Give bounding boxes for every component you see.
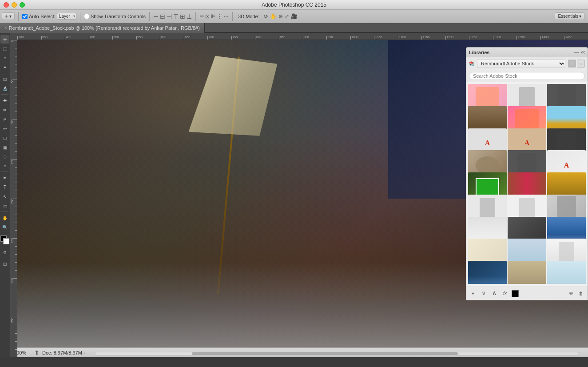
type-tool[interactable]: T: [0, 183, 9, 191]
auto-select-group: Auto-Select: Layer: [22, 13, 76, 20]
3d-pan-icon[interactable]: ✋: [270, 13, 277, 20]
add-footer-icon[interactable]: +: [469, 290, 477, 298]
color-swatch[interactable]: [512, 290, 519, 297]
align-right-icon[interactable]: ⊣: [167, 13, 172, 20]
thumbnail-25[interactable]: [468, 261, 507, 284]
transform-controls-checkbox[interactable]: [84, 14, 89, 19]
separator-4: [195, 12, 196, 21]
wand-tool[interactable]: ✦: [0, 63, 9, 72]
tab-close-icon[interactable]: ×: [4, 25, 7, 30]
quick-mask-tool[interactable]: Q: [0, 247, 9, 256]
transform-controls-label: Show Transform Controls: [91, 14, 146, 19]
title-bar: Adobe Photoshop CC 2015: [0, 0, 588, 10]
tool-separator-7: [1, 258, 8, 258]
shape-tool[interactable]: ▭: [0, 201, 9, 210]
left-toolbar: ✛ ⬚ ○ ✦ ⊡ 🔬 ✚ ✏ ⎘ ↩ ◻ ▦ ◌ ○ ✒ T ↖ ▭ ✋ 🔍 …: [0, 33, 10, 357]
grid-view-button[interactable]: ⊞: [568, 60, 576, 68]
layer-select-wrap[interactable]: Layer: [57, 13, 76, 20]
ruler-horizontal: 3003504004505005506006507007508008509009…: [17, 33, 588, 40]
align-top-icon[interactable]: ⊤: [173, 13, 179, 20]
delete-footer-icon[interactable]: 🗑: [577, 290, 585, 298]
doc-info: Doc: 8.97M/8.97M: [42, 350, 82, 355]
move-tool-group: ✛ ▾: [2, 12, 15, 20]
3d-scale-icon[interactable]: ⤢: [285, 13, 289, 20]
align-bottom-icon[interactable]: ⊥: [187, 13, 192, 20]
minimize-button[interactable]: [12, 2, 17, 8]
fx-footer-icon[interactable]: fx: [501, 290, 509, 298]
ruler-vertical: 050100150200250300350: [10, 40, 17, 357]
separator-2: [80, 12, 80, 21]
eyedropper-tool[interactable]: 🔬: [0, 84, 9, 93]
distribute-top-icon[interactable]: ⋮: [217, 13, 222, 20]
view-toggle[interactable]: ⊞ ☰: [568, 60, 585, 68]
history-brush-tool[interactable]: ↩: [0, 124, 9, 133]
essentials-arrow-icon: ▾: [579, 14, 581, 19]
scrollbar-thumb[interactable]: [192, 352, 458, 355]
library-select-wrap[interactable]: Rembrandt Adobe Stock: [477, 59, 565, 68]
gradient-footer-icon[interactable]: ∇: [480, 290, 488, 298]
move-tool[interactable]: ✛: [0, 35, 9, 44]
essentials-group[interactable]: Essentials ▾: [555, 12, 584, 20]
list-view-button[interactable]: ☰: [577, 60, 585, 68]
panel-titlebar: Libraries — ≪: [466, 48, 588, 57]
status-arrow[interactable]: ›: [84, 350, 85, 355]
panel-footer: + ∇ A fx 👁 🗑: [466, 287, 588, 300]
3d-camera-icon[interactable]: 🎥: [291, 13, 298, 20]
color-picker[interactable]: [0, 235, 9, 244]
panel-controls[interactable]: — ≪: [574, 50, 585, 55]
move-icon: ✛: [5, 14, 8, 19]
window-controls[interactable]: [4, 2, 25, 8]
panel-title: Libraries: [469, 50, 489, 55]
auto-select-label: Auto-Select:: [29, 14, 56, 19]
3d-rotate-icon[interactable]: ⟳: [264, 13, 268, 20]
gradient-tool[interactable]: ▦: [0, 143, 9, 152]
align-center-h-icon[interactable]: ⊟: [160, 13, 165, 20]
libraries-panel: Libraries — ≪ 📚 Rembrandt Adobe Stock: [466, 47, 588, 300]
stamp-tool[interactable]: ⎘: [0, 115, 9, 124]
document-tab[interactable]: × Rembrandt_Adobe_Stock.psb @ 100% (Remb…: [0, 23, 205, 33]
tool-separator-3: [1, 172, 8, 172]
distribute-right-icon[interactable]: ⊫: [211, 13, 215, 20]
distribute-center-icon[interactable]: ⊠: [205, 13, 210, 20]
panel-expand-button[interactable]: ≪: [580, 50, 585, 55]
type-footer-icon[interactable]: A: [490, 290, 498, 298]
horizontal-scrollbar[interactable]: [95, 352, 579, 355]
move-tool-button[interactable]: ✛ ▾: [2, 12, 15, 20]
tool-separator-1: [1, 73, 8, 73]
screen-mode-tool[interactable]: ⊡: [0, 259, 9, 268]
layer-select[interactable]: Layer: [57, 13, 76, 20]
marquee-tool[interactable]: ⬚: [0, 44, 9, 53]
auto-select-checkbox[interactable]: [22, 14, 28, 19]
heal-tool[interactable]: ✚: [0, 96, 9, 105]
ruler-corner: [10, 33, 17, 40]
brush-tool[interactable]: ✏: [0, 105, 9, 114]
alignment-icons: ⊢ ⊟ ⊣ ⊤ ⊞ ⊥: [153, 13, 192, 20]
distribute-bottom-icon[interactable]: ⋯: [223, 13, 229, 20]
3d-move-icon[interactable]: ⊕: [278, 13, 283, 20]
hand-tool[interactable]: ✋: [0, 213, 9, 222]
close-button[interactable]: [4, 2, 9, 8]
library-select[interactable]: Rembrandt Adobe Stock: [477, 59, 565, 68]
footer-right-icons: 👁 🗑: [567, 290, 585, 298]
maximize-button[interactable]: [20, 2, 25, 8]
erase-tool[interactable]: ◻: [0, 133, 9, 142]
thumbnail-26[interactable]: [508, 261, 546, 284]
export-icon[interactable]: ⬆: [34, 349, 40, 356]
blur-tool[interactable]: ◌: [0, 152, 9, 161]
path-select-tool[interactable]: ↖: [0, 192, 9, 201]
thumbnail-27[interactable]: [547, 261, 586, 284]
zoom-tool[interactable]: 🔍: [0, 223, 9, 231]
distribute-left-icon[interactable]: ⊨: [199, 13, 204, 20]
align-left-icon[interactable]: ⊢: [153, 13, 159, 20]
align-center-v-icon[interactable]: ⊞: [180, 13, 185, 20]
crop-tool[interactable]: ⊡: [0, 75, 9, 84]
lasso-tool[interactable]: ○: [0, 53, 9, 62]
dodge-tool[interactable]: ○: [0, 161, 9, 170]
search-input[interactable]: [469, 72, 585, 80]
background-color[interactable]: [3, 238, 9, 244]
panel-collapse-button[interactable]: —: [574, 50, 579, 55]
tab-bar: × Rembrandt_Adobe_Stock.psb @ 100% (Remb…: [0, 23, 588, 33]
essentials-button[interactable]: Essentials ▾: [555, 12, 584, 20]
visibility-footer-icon[interactable]: 👁: [567, 290, 575, 298]
pen-tool[interactable]: ✒: [0, 173, 9, 182]
